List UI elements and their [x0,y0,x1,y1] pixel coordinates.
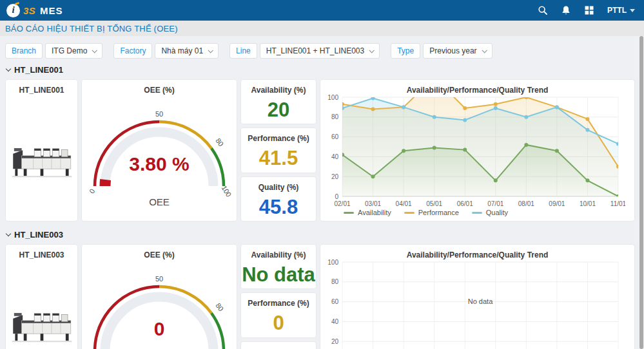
svg-text:100: 100 [327,95,338,101]
kpi-value: 41.5 [259,148,298,168]
legend-swatch-icon [404,212,415,214]
trend-chart: 02040608010002/0103/0104/0105/0106/0107/… [320,95,625,208]
svg-text:50: 50 [155,110,163,118]
svg-text:0: 0 [335,193,338,200]
svg-text:80: 80 [214,137,225,147]
scrollbar-thumb[interactable] [639,36,643,349]
filter-factory-value: Nhà máy 01 [161,46,203,55]
kpi-title: Quality (%) [259,183,299,192]
kpi-column: Availability (%) 20 Performance (%) 41.5… [240,79,317,222]
page-title-bar: BÁO CÁO HIỆU THIẾT BỊ TỔNG THỂ (OEE) [0,21,644,36]
section-header-ht-line003[interactable]: HT_LINE003 [6,230,635,240]
svg-text:02/01: 02/01 [334,200,350,207]
vertical-scrollbar [639,36,644,349]
section-title: HT_LINE001 [14,65,63,75]
filter-factory-label: Factory [113,43,152,59]
svg-text:50: 50 [155,275,163,283]
legend-performance[interactable]: Performance [404,209,459,216]
svg-text:20: 20 [331,173,339,180]
filter-branch-label: Branch [5,43,43,59]
legend-swatch-icon [344,212,354,214]
svg-text:No data: No data [468,297,493,305]
kpi-value: 45.8 [259,197,298,217]
svg-text:80: 80 [214,301,225,312]
svg-text:05/01: 05/01 [426,200,442,207]
brand-logo-icon: i [6,4,20,17]
user-menu[interactable]: PTTL [607,6,635,15]
kpi-value: 20 [268,100,289,120]
svg-text:3.80 %: 3.80 % [129,153,189,174]
filter-factory: Factory Nhà máy 01 [113,43,219,59]
brand-letter: i [12,5,14,15]
trend-chart-card: Availability/Performance/Quality Trend 0… [320,79,635,222]
svg-text:40: 40 [331,318,339,325]
svg-text:0: 0 [154,318,165,339]
svg-text:08/01: 08/01 [518,200,534,207]
filter-branch-select[interactable]: ITG Demo [45,43,102,59]
machine-card-title: HT_LINE001 [6,80,77,95]
search-icon[interactable] [538,5,548,15]
machine-image [9,299,75,346]
svg-text:09/01: 09/01 [549,200,565,207]
svg-text:60: 60 [331,298,339,305]
legend-label: Performance [418,209,459,216]
collapse-chevron-icon [6,66,11,71]
brand-name-3s: 3S [23,5,35,16]
chart-title: Availability/Performance/Quality Trend [320,80,634,95]
filter-line: Line HT_LINE001 + HT_LINE003 [229,43,380,59]
trend-chart-card: Availability/Performance/Quality Trend 2… [320,244,635,349]
chart-title: Availability/Performance/Quality Trend [320,245,634,259]
filter-line-select[interactable]: HT_LINE001 + HT_LINE003 [260,43,380,59]
legend-swatch-icon [472,212,482,214]
kpi-performance: Performance (%) 0 [240,292,317,337]
gauge-title: OEE (%) [144,245,174,259]
svg-text:10/01: 10/01 [580,200,596,207]
section-row-ht-line003: HT_LINE003 [5,244,635,349]
svg-text:100: 100 [327,259,338,266]
filter-type-value: Previous year [429,46,476,55]
kpi-quality: Quality (%) 45.8 [240,176,317,222]
filter-branch-value: ITG Demo [52,46,87,55]
filter-type-label: Type [391,43,420,59]
svg-text:11/01: 11/01 [610,200,625,207]
machine-card: HT_LINE001 [5,79,78,222]
chart-legend: Availability Performance Quality [344,209,634,216]
section-header-ht-line001[interactable]: HT_LINE001 [6,65,635,75]
apps-grid-icon[interactable] [584,5,594,15]
chevron-down-icon [208,48,213,53]
legend-quality[interactable]: Quality [472,209,508,216]
legend-label: Quality [486,209,508,216]
trend-chart-empty: 20406080100No data [320,259,625,349]
oee-gauge-card: OEE (%) 050801003.80 % OEE [81,79,237,222]
kpi-title: Availability (%) [251,250,306,259]
section-row-ht-line001: HT_LINE001 [5,79,635,222]
svg-text:07/01: 07/01 [487,200,503,207]
brand-name-mes: MES [40,5,63,16]
oee-gauge: 050801003.80 % [84,96,234,198]
machine-image [9,135,75,181]
machine-card: HT_LINE003 [5,244,78,349]
section-title: HT_LINE003 [14,230,63,240]
oee-gauge: 050801000 [84,261,234,349]
filter-type-select[interactable]: Previous year [423,43,492,59]
caret-down-icon [630,9,635,12]
legend-availability[interactable]: Availability [344,209,391,216]
kpi-availability: Availability (%) 20 [240,79,317,124]
chevron-down-icon [92,48,97,53]
filter-bar: Branch ITG Demo Factory Nhà máy 01 Line … [5,43,635,59]
brand-logo[interactable]: i 3S MES [6,4,63,17]
filter-line-value: HT_LINE001 + HT_LINE003 [266,46,364,55]
kpi-title: Availability (%) [251,86,306,95]
kpi-value: No data [242,265,315,285]
svg-text:60: 60 [331,133,339,140]
bell-icon[interactable] [561,5,571,15]
svg-text:0: 0 [88,187,96,195]
svg-text:80: 80 [331,113,339,120]
kpi-value: 0 [273,313,284,333]
kpi-quality: Quality (%) [240,341,317,349]
oee-gauge-card: OEE (%) 050801000 OEE [81,244,237,349]
svg-text:100: 100 [220,184,233,198]
chevron-down-icon [369,48,375,53]
svg-text:04/01: 04/01 [396,200,412,207]
filter-factory-select[interactable]: Nhà máy 01 [155,43,219,59]
